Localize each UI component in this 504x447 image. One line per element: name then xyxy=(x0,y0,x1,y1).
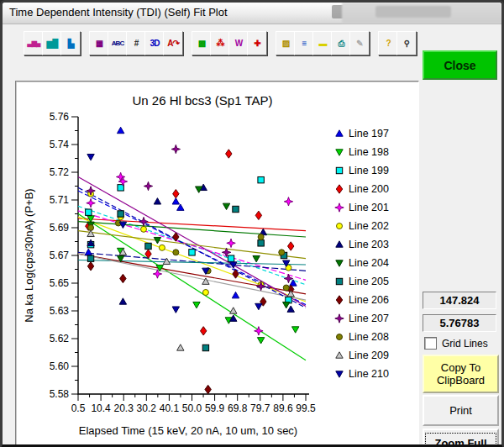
fit-curve-button[interactable]: ⁂ xyxy=(210,31,230,55)
svg-text:Line 198: Line 198 xyxy=(349,146,389,158)
svg-text:Line 207: Line 207 xyxy=(349,313,389,324)
chart-panel: Un 26 Hl bcs3 (Sp1 TAP)5.765.745.725.715… xyxy=(15,81,419,447)
3d-rotation-icon: 3D xyxy=(150,39,160,48)
column-chart-icon: ▃▆▄ xyxy=(28,39,40,48)
svg-text:40.1: 40.1 xyxy=(160,402,180,414)
svg-text:5.74: 5.74 xyxy=(50,139,70,150)
grid-lines-row: Grid Lines xyxy=(424,337,488,350)
svg-text:5.72: 5.72 xyxy=(50,166,70,178)
svg-text:Line 202: Line 202 xyxy=(349,220,389,232)
cursor-x-readout[interactable]: 147.824 xyxy=(423,292,496,309)
export-image-icon: ▨ xyxy=(282,39,289,48)
help-button[interactable]: ? xyxy=(378,31,398,55)
fit-curve-icon: ⁂ xyxy=(217,39,224,48)
tag-label-icon: ▬ xyxy=(319,39,327,48)
x-axis-label: Elapsed Time (15 keV, 20 nA, 10 um, 10 s… xyxy=(79,424,297,437)
draw-pen-icon: ✎ xyxy=(356,39,362,48)
crosshair-icon: ✚ xyxy=(254,39,260,48)
spreadsheet-icon: ▦ xyxy=(96,39,102,48)
polygon-select-icon: W xyxy=(235,39,242,48)
svg-text:Line 201: Line 201 xyxy=(349,202,389,213)
chart-title: Un 26 Hl bcs3 (Sp1 TAP) xyxy=(132,93,272,108)
rotate-font-icon: A↷ xyxy=(167,39,179,48)
svg-text:5.65: 5.65 xyxy=(50,277,70,289)
legend-item-Line-197: Line 197 xyxy=(336,128,389,139)
text-labels-icon: ABC xyxy=(112,39,123,48)
cursor-y-readout[interactable]: 5.76783 xyxy=(423,314,496,332)
fit-line-Line-209 xyxy=(78,254,306,300)
3d-rotation-button[interactable]: 3D xyxy=(144,31,165,55)
zoom-tool-button[interactable]: ⚲ xyxy=(396,31,417,55)
pattern-fill-icon: ▩ xyxy=(198,39,205,48)
svg-text:Line 203: Line 203 xyxy=(349,239,389,250)
print-button[interactable]: Print xyxy=(423,395,499,426)
print-button-label: Print xyxy=(449,404,472,417)
title-bar[interactable]: Time Dependent Intensity (TDI) (Self) Fi… xyxy=(3,3,501,24)
svg-text:Line 209: Line 209 xyxy=(349,350,389,361)
svg-text:10.4: 10.4 xyxy=(91,402,111,414)
svg-text:5.71: 5.71 xyxy=(50,194,70,206)
spreadsheet-button[interactable]: ▦ xyxy=(89,31,109,55)
pattern-fill-button[interactable]: ▩ xyxy=(192,31,212,55)
crosshair-button[interactable]: ✚ xyxy=(247,31,267,55)
fit-line-Line-201 xyxy=(78,211,306,280)
legend-item-Line-206: Line 206 xyxy=(336,294,389,306)
svg-text:5.58: 5.58 xyxy=(50,388,70,400)
svg-text:30.2: 30.2 xyxy=(137,402,157,414)
legend-item-Line-205: Line 205 xyxy=(336,276,389,287)
close-button-label: Close xyxy=(444,59,475,72)
svg-text:99.5: 99.5 xyxy=(296,402,316,414)
dialog-client-area: ▃▆▄▆█▙▦ABC#3DA↷▩⁂W✚▨≡▬⎙✎?⚲ Close Un 26 H… xyxy=(3,24,501,444)
copy-to-clipboard-button[interactable]: Copy To ClipBoard xyxy=(423,355,499,393)
tdi-scatter-chart[interactable]: Un 26 Hl bcs3 (Sp1 TAP)5.765.745.725.715… xyxy=(16,82,418,447)
svg-text:5.69: 5.69 xyxy=(50,222,70,234)
legend-item-Line-198: Line 198 xyxy=(336,146,389,158)
3d-bar-chart-button[interactable]: ▆█ xyxy=(42,31,62,55)
svg-text:Line 204: Line 204 xyxy=(349,257,389,269)
svg-text:5.67: 5.67 xyxy=(50,250,70,261)
y-axis-label: Na ka Log(cps/30nA) (P+B) xyxy=(23,188,35,322)
svg-text:Line 199: Line 199 xyxy=(349,165,389,176)
zoom-tool-icon: ⚲ xyxy=(404,39,409,48)
rotate-font-button[interactable]: A↷ xyxy=(163,31,183,55)
print-plot-button[interactable]: ⎙ xyxy=(331,31,351,55)
svg-text:5.60: 5.60 xyxy=(50,360,70,372)
polygon-select-button[interactable]: W xyxy=(228,31,249,55)
grid-lines-checkbox[interactable] xyxy=(424,337,437,350)
close-button[interactable]: Close xyxy=(423,50,497,80)
background-window xyxy=(342,3,501,24)
tdi-fit-plot-window: Time Dependent Intensity (TDI) (Self) Fi… xyxy=(0,0,504,447)
axis-grid-button[interactable]: # xyxy=(126,31,146,55)
zoom-full-button[interactable]: Zoom Full xyxy=(423,429,499,447)
svg-text:Line 206: Line 206 xyxy=(349,294,389,306)
zoom-full-button-label: Zoom Full xyxy=(426,434,495,447)
svg-text:69.8: 69.8 xyxy=(228,402,248,414)
svg-text:79.7: 79.7 xyxy=(250,402,270,414)
svg-text:Line 210: Line 210 xyxy=(349,368,389,380)
svg-text:59.9: 59.9 xyxy=(205,402,225,414)
svg-text:Line 197: Line 197 xyxy=(349,128,389,139)
svg-text:5.76: 5.76 xyxy=(50,111,70,123)
svg-text:20.3: 20.3 xyxy=(114,402,134,414)
window-title: Time Dependent Intensity (TDI) (Self) Fi… xyxy=(9,6,228,18)
text-labels-button[interactable]: ABC xyxy=(108,31,128,55)
legend-item-Line-208: Line 208 xyxy=(337,331,390,343)
export-image-button[interactable]: ▨ xyxy=(276,31,296,55)
legend-list-button[interactable]: ≡ xyxy=(294,31,314,55)
svg-text:89.6: 89.6 xyxy=(273,402,293,414)
legend-item-Line-210: Line 210 xyxy=(336,368,389,380)
3d-bar-chart-icon: ▆█ xyxy=(47,39,58,48)
legend-item-Line-204: Line 204 xyxy=(336,257,389,269)
legend-item-Line-207: Line 207 xyxy=(335,313,389,324)
fit-line-Line-206 xyxy=(78,254,306,294)
legend-list-icon: ≡ xyxy=(302,39,307,48)
h-bar-chart-button[interactable]: ▙ xyxy=(60,31,81,55)
svg-text:5.62: 5.62 xyxy=(50,333,70,344)
svg-text:Line 205: Line 205 xyxy=(349,276,389,287)
tag-label-button[interactable]: ▬ xyxy=(312,31,333,55)
legend-item-Line-200: Line 200 xyxy=(336,183,389,195)
column-chart-button[interactable]: ▃▆▄ xyxy=(24,31,44,55)
legend-item-Line-209: Line 209 xyxy=(336,350,389,361)
h-bar-chart-icon: ▙ xyxy=(68,39,74,48)
draw-pen-button[interactable]: ✎ xyxy=(349,31,370,55)
